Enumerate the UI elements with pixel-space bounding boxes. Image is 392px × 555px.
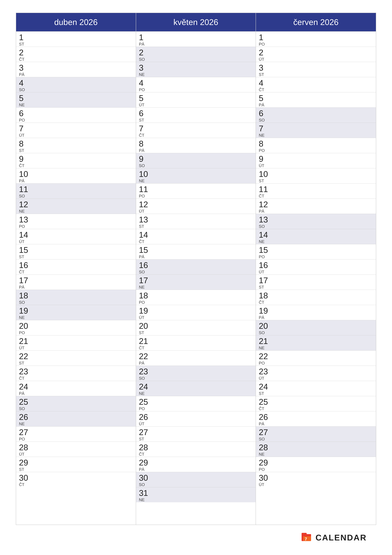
day-number: 30	[259, 474, 272, 482]
table-row: 11SO	[16, 183, 136, 199]
day-number-col: 11PO	[136, 183, 153, 198]
day-name: PÁ	[19, 72, 32, 77]
day-name: ÚT	[19, 133, 32, 138]
table-row: 5PÁ	[256, 92, 376, 108]
day-number: 4	[139, 79, 152, 87]
day-name: ST	[259, 285, 272, 290]
table-row: 10ST	[256, 168, 376, 183]
day-number-col: 12ÚT	[136, 199, 153, 214]
day-number-col: 1PO	[256, 32, 273, 47]
day-name: PO	[19, 437, 32, 442]
table-row: 5ÚT	[136, 92, 256, 108]
table-row: 4PO	[136, 77, 256, 92]
table-row: 12PÁ	[256, 199, 376, 214]
day-name: ÚT	[139, 209, 152, 214]
table-row: 29ST	[16, 457, 136, 472]
day-content	[273, 305, 376, 320]
day-name: SO	[19, 300, 32, 305]
day-name: PO	[139, 87, 152, 92]
day-number-col: 21NE	[256, 336, 273, 351]
day-content	[273, 77, 376, 92]
day-content	[153, 199, 256, 214]
day-name: PO	[139, 194, 152, 198]
day-number: 11	[19, 185, 32, 193]
day-number: 13	[259, 215, 272, 224]
day-number: 20	[19, 322, 32, 330]
table-row: 13SO	[256, 214, 376, 229]
day-content	[273, 457, 376, 472]
table-row: 28ČT	[136, 442, 256, 457]
day-number: 25	[19, 398, 32, 406]
table-row: 1ST	[16, 32, 136, 47]
table-row: 6SO	[256, 108, 376, 123]
logo-area: 7 CALENDAR	[302, 533, 367, 542]
day-content	[153, 457, 256, 472]
day-number-col: 14NE	[256, 229, 273, 244]
day-number: 22	[19, 352, 32, 360]
day-number-col: 29PO	[256, 457, 273, 472]
table-row: 7ÚT	[16, 123, 136, 138]
day-number: 15	[259, 246, 272, 254]
day-number-col: 7ÚT	[16, 123, 34, 138]
table-row: 6ST	[136, 108, 256, 123]
day-content	[273, 366, 376, 381]
day-number-col: 2ÚT	[256, 47, 273, 62]
day-content	[153, 77, 256, 92]
day-number-col: 10ST	[256, 168, 273, 183]
day-number-col: 8ST	[16, 138, 34, 153]
day-number: 26	[139, 413, 152, 421]
day-number-col: 7ČT	[136, 123, 153, 138]
day-number: 31	[139, 489, 152, 497]
table-row: 30ÚT	[256, 472, 376, 487]
table-row: 9ČT	[16, 153, 136, 168]
day-number: 24	[259, 383, 272, 391]
day-number-col: 2ČT	[16, 47, 34, 62]
day-name: PO	[259, 467, 272, 472]
day-number-col: 27PO	[16, 427, 34, 442]
day-content	[273, 259, 376, 275]
table-row: 2ČT	[16, 47, 136, 62]
day-content	[34, 138, 136, 153]
day-number-col: 26NE	[16, 411, 34, 426]
day-name: ČT	[139, 345, 152, 351]
day-name: ST	[259, 72, 272, 77]
day-number-col: 3NE	[136, 62, 153, 77]
day-number-col: 16ČT	[16, 259, 34, 275]
day-number-col: 19NE	[16, 305, 34, 320]
day-name: ÚT	[259, 163, 272, 168]
day-number: 11	[139, 185, 152, 193]
day-content	[273, 108, 376, 123]
day-number: 16	[139, 261, 152, 269]
day-number-col: 10NE	[136, 168, 153, 183]
day-number: 2	[259, 48, 272, 57]
table-row: 3ST	[256, 62, 376, 77]
table-row: 24PÁ	[16, 381, 136, 396]
day-name: PÁ	[139, 254, 152, 259]
day-number-col: 4PO	[136, 77, 153, 92]
day-name: NE	[259, 452, 272, 457]
day-content	[273, 351, 376, 366]
day-content	[34, 62, 136, 77]
table-row: 26NE	[16, 411, 136, 427]
table-row: 7ČT	[136, 123, 256, 138]
day-name: ČT	[139, 452, 152, 457]
day-name: ČT	[19, 270, 32, 275]
day-name: PÁ	[259, 422, 272, 426]
svg-text:7: 7	[305, 537, 307, 541]
day-number: 22	[139, 352, 152, 360]
day-number-col: 31NE	[136, 487, 153, 502]
table-row: 14ÚT	[16, 229, 136, 244]
day-number: 16	[19, 261, 32, 269]
day-content	[153, 32, 256, 47]
day-content	[273, 168, 376, 183]
day-number-col: 14ČT	[136, 229, 153, 244]
month-header-1: duben 2026	[16, 13, 136, 32]
day-number-col: 25ČT	[256, 396, 273, 411]
svg-rect-2	[303, 534, 311, 536]
table-row: 23SO	[136, 366, 256, 381]
day-content	[34, 168, 136, 183]
day-name: SO	[139, 376, 152, 381]
day-number-col: 15ST	[16, 244, 34, 259]
day-number: 23	[19, 367, 32, 376]
month-col-3: červen 20261PO2ÚT3ST4ČT5PÁ6SO7NE8PO9ÚT10…	[256, 13, 376, 525]
